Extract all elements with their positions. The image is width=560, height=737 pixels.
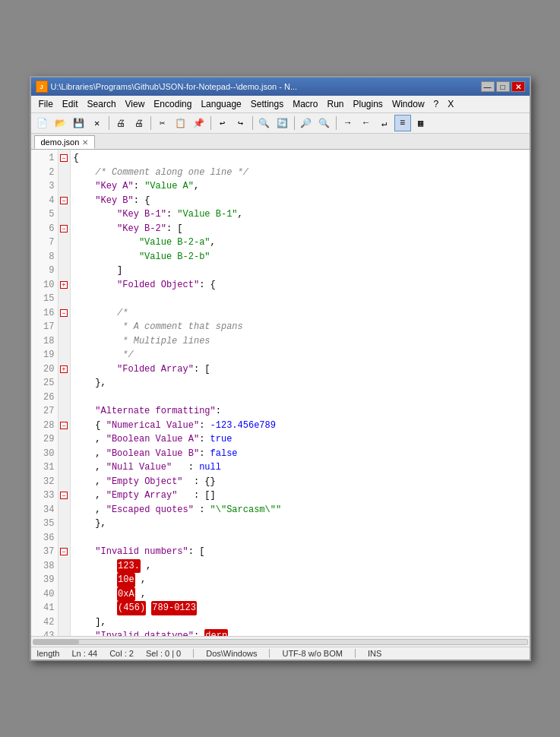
code-line[interactable]: ] <box>74 264 530 278</box>
menu-item-settings[interactable]: Settings <box>246 97 288 111</box>
code-line[interactable]: "Folded Object": { <box>74 278 530 293</box>
code-line[interactable] <box>74 391 530 405</box>
paste-button[interactable]: 📌 <box>191 115 207 131</box>
code-token: , <box>74 432 106 447</box>
tab-demo-json[interactable]: demo.json ✕ <box>34 135 96 149</box>
minimize-button[interactable]: — <box>481 81 495 92</box>
code-line[interactable]: "Invalid datatype": derp <box>74 629 530 636</box>
code-line[interactable]: , "Empty Array" : [] <box>74 489 530 503</box>
code-token: "Value B-2-a" <box>139 236 210 250</box>
fold-marker[interactable]: + <box>59 278 70 293</box>
code-line[interactable]: , "Escaped quotes" : "\"Sarcasm\"" <box>74 503 530 517</box>
code-line[interactable] <box>74 531 530 546</box>
menu-item-encoding[interactable]: Encoding <box>149 97 196 111</box>
code-line[interactable]: { <box>74 151 530 166</box>
menu-item-run[interactable]: Run <box>323 97 349 111</box>
code-line[interactable]: "Value B-2-a", <box>74 236 530 250</box>
horizontal-scrollbar[interactable] <box>31 636 530 647</box>
code-line[interactable]: "Folded Array": [ <box>74 362 530 377</box>
code-line[interactable]: }, <box>74 517 530 531</box>
toolbar-sep-4 <box>252 116 253 130</box>
save-button[interactable]: 💾 <box>71 115 87 131</box>
menu-item-view[interactable]: View <box>121 97 150 111</box>
code-line[interactable]: /* Comment along one line */ <box>74 166 530 180</box>
code-line[interactable]: 0xA , <box>74 587 530 602</box>
code-content[interactable]: { /* Comment along one line */ "Key A": … <box>71 150 530 636</box>
code-line[interactable] <box>74 292 530 306</box>
code-line[interactable]: , "Empty Object" : {} <box>74 475 530 489</box>
code-line[interactable]: * Multiple lines <box>74 334 530 349</box>
menu-item-plugins[interactable]: Plugins <box>349 97 388 111</box>
code-line[interactable]: }, <box>74 376 530 391</box>
fold-marker[interactable]: + <box>59 362 70 377</box>
code-line[interactable]: , "Boolean Value B": false <box>74 447 530 461</box>
code-token: "\"Sarcasm\"" <box>210 503 282 517</box>
menu-item-language[interactable]: Language <box>196 97 245 111</box>
maximize-button[interactable]: □ <box>496 81 510 92</box>
scrollbar-thumb[interactable] <box>33 640 79 644</box>
code-line[interactable]: "Alternate formatting": <box>74 404 530 419</box>
menu-item-x[interactable]: X <box>443 97 458 111</box>
code-line[interactable]: , "Boolean Value A": true <box>74 432 530 447</box>
new-button[interactable]: 📄 <box>34 115 51 131</box>
print-button[interactable]: 🖨 <box>112 115 129 131</box>
active-button[interactable]: ≡ <box>394 115 411 131</box>
menu-item-?[interactable]: ? <box>429 97 444 111</box>
close-button[interactable]: ✕ <box>511 81 525 92</box>
code-line[interactable]: "Key A": "Value A", <box>74 179 530 194</box>
redo-button[interactable]: ↪ <box>233 115 249 131</box>
code-line[interactable]: (456) 789-0123 <box>74 601 530 615</box>
code-line[interactable]: "Key B-2": [ <box>74 222 530 236</box>
code-line[interactable]: { "Numerical Value": -123.456e789 <box>74 419 530 433</box>
menu-item-search[interactable]: Search <box>83 97 121 111</box>
wrap-button[interactable]: ↵ <box>376 115 393 131</box>
menu-item-macro[interactable]: Macro <box>288 97 322 111</box>
menu-item-edit[interactable]: Edit <box>58 97 83 111</box>
replace-button[interactable]: 🔄 <box>274 115 291 131</box>
fold-marker[interactable]: − <box>59 194 70 208</box>
scrollbar-track[interactable] <box>33 639 528 645</box>
fold-marker[interactable]: − <box>59 306 70 321</box>
code-line[interactable]: /* <box>74 306 530 321</box>
fold-marker[interactable]: − <box>59 545 70 559</box>
status-sep-1 <box>193 649 194 658</box>
zoom-in-button[interactable]: 🔎 <box>298 115 315 131</box>
tab-close-button[interactable]: ✕ <box>82 138 88 147</box>
line-number: 40 <box>34 587 55 602</box>
fold-marker <box>59 179 70 194</box>
undo-button[interactable]: ↩ <box>214 115 231 131</box>
code-token <box>146 601 151 615</box>
fold-marker[interactable]: − <box>59 151 70 166</box>
code-line[interactable]: ], <box>74 615 530 630</box>
code-line[interactable]: * A comment that spans <box>74 320 530 334</box>
unindent-button[interactable]: ← <box>358 115 375 131</box>
zoom-out-button[interactable]: 🔍 <box>316 115 333 131</box>
code-line[interactable]: "Value B-2-b" <box>74 250 530 264</box>
code-line[interactable]: , "Null Value" : null <box>74 460 530 475</box>
code-token: "Null Value" <box>106 460 172 475</box>
cut-button[interactable]: ✂ <box>154 115 171 131</box>
code-token: * Multiple lines <box>122 334 210 349</box>
fold-marker[interactable]: − <box>59 419 70 433</box>
code-line[interactable]: */ <box>74 348 530 362</box>
error-token: 789-0123 <box>151 601 197 615</box>
menu-item-window[interactable]: Window <box>388 97 429 111</box>
code-token: "Empty Array" <box>106 489 178 503</box>
view-button[interactable]: ▦ <box>413 115 429 131</box>
open-button[interactable]: 📂 <box>52 115 69 131</box>
menu-item-file[interactable]: File <box>34 97 58 111</box>
find-button[interactable]: 🔍 <box>256 115 273 131</box>
line-number: 8 <box>34 250 55 264</box>
code-line[interactable]: 123. , <box>74 559 530 574</box>
code-line[interactable]: "Key B": { <box>74 194 530 208</box>
code-line[interactable]: "Key B-1": "Value B-1", <box>74 207 530 222</box>
fold-marker <box>59 503 70 517</box>
close-doc-button[interactable]: ✕ <box>89 115 106 131</box>
fold-marker[interactable]: − <box>59 222 70 236</box>
code-line[interactable]: "Invalid numbers": [ <box>74 545 530 559</box>
code-line[interactable]: 10e , <box>74 573 530 587</box>
indent-button[interactable]: → <box>340 115 356 131</box>
fold-marker[interactable]: − <box>59 489 70 503</box>
copy-button[interactable]: 📋 <box>172 115 189 131</box>
print2-button[interactable]: 🖨 <box>131 115 147 131</box>
